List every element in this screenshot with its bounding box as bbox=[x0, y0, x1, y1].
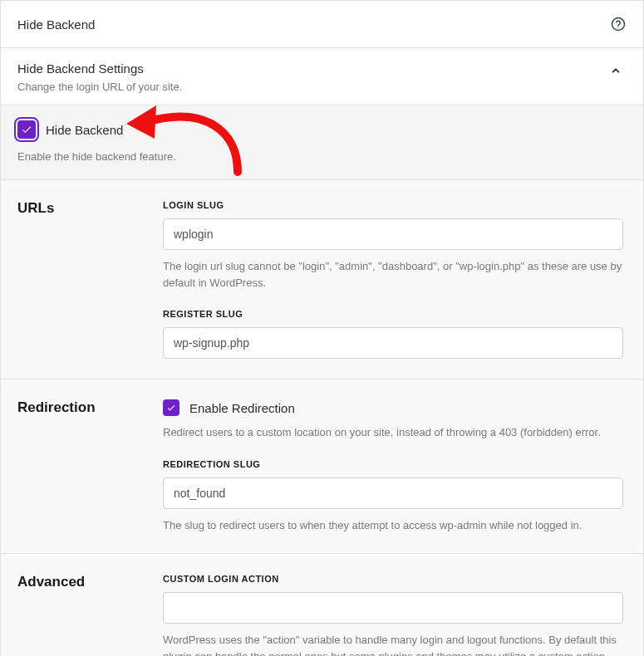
register-slug-input[interactable] bbox=[163, 327, 623, 359]
settings-subtitle: Change the login URL of your site. bbox=[17, 81, 182, 93]
advanced-section: Advanced CUSTOM LOGIN ACTION WordPress u… bbox=[1, 554, 643, 656]
enable-redirection-label: Enable Redirection bbox=[189, 401, 295, 415]
settings-title: Hide Backend Settings bbox=[17, 61, 182, 76]
section-title-redirection: Redirection bbox=[1, 399, 163, 533]
feature-enable-section: Hide Backend Enable the hide backend fea… bbox=[1, 105, 643, 180]
login-slug-label: LOGIN SLUG bbox=[163, 200, 623, 210]
redirection-slug-label: REDIRECTION SLUG bbox=[163, 459, 623, 469]
login-slug-input[interactable] bbox=[163, 218, 623, 250]
custom-login-action-input[interactable] bbox=[163, 592, 623, 624]
hide-backend-checkbox[interactable] bbox=[17, 120, 36, 139]
login-slug-help: The login url slug cannot be "login", "a… bbox=[163, 258, 623, 291]
svg-point-1 bbox=[617, 27, 618, 28]
section-title-urls: URLs bbox=[1, 200, 163, 359]
enable-redirection-help: Redirect users to a custom location on y… bbox=[163, 424, 623, 441]
chevron-up-icon bbox=[610, 61, 627, 78]
custom-login-action-label: CUSTOM LOGIN ACTION bbox=[163, 574, 623, 584]
hide-backend-checkbox-label: Hide Backend bbox=[46, 123, 123, 137]
register-slug-label: REGISTER SLUG bbox=[163, 309, 623, 319]
panel-header: Hide Backend bbox=[1, 1, 643, 48]
redirection-section: Redirection Enable Redirection Redirect … bbox=[1, 379, 643, 554]
panel-title: Hide Backend bbox=[17, 17, 95, 32]
redirection-slug-help: The slug to redirect users to when they … bbox=[163, 517, 623, 534]
settings-accordion-header[interactable]: Hide Backend Settings Change the login U… bbox=[1, 48, 643, 105]
svg-point-0 bbox=[612, 18, 625, 31]
custom-login-action-help: WordPress uses the "action" variable to … bbox=[163, 632, 623, 656]
feature-description: Enable the hide backend feature. bbox=[17, 150, 627, 163]
redirection-slug-input[interactable] bbox=[163, 477, 623, 509]
section-title-advanced: Advanced bbox=[1, 574, 163, 656]
enable-redirection-checkbox[interactable] bbox=[163, 399, 179, 416]
help-icon[interactable] bbox=[610, 16, 627, 32]
urls-section: URLs LOGIN SLUG The login url slug canno… bbox=[1, 180, 643, 379]
